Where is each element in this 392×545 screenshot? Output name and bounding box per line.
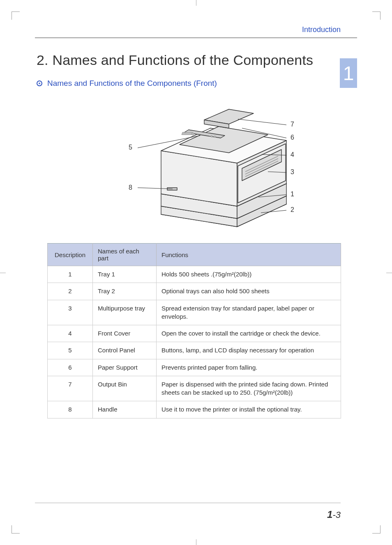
- cell-func: Holds 500 sheets .(75g/m²(20lb)): [157, 266, 341, 283]
- cell-desc: 8: [48, 401, 93, 418]
- footer-page: 3: [336, 510, 341, 520]
- cell-desc: 5: [48, 342, 93, 359]
- page-footer: 1-3: [35, 503, 341, 520]
- callout-5: 5: [129, 144, 132, 151]
- cell-name: Tray 1: [93, 266, 157, 283]
- callout-3: 3: [291, 168, 294, 176]
- table-row: 8 Handle Use it to move the printer or i…: [48, 401, 341, 418]
- bullet-icon: [37, 80, 42, 86]
- cell-name: Output Bin: [93, 376, 157, 401]
- cell-func: Paper is dispensed with the printed side…: [157, 376, 341, 401]
- cell-func: Use it to move the printer or install th…: [157, 401, 341, 418]
- table-row: 4 Front Cover Open the cover to install …: [48, 325, 341, 342]
- cell-desc: 7: [48, 376, 93, 401]
- printer-svg: [81, 95, 311, 235]
- subheading-text: Names and Functions of the Components (F…: [47, 79, 217, 88]
- cell-func: Prevents printed paper from falling.: [157, 359, 341, 376]
- svg-rect-20: [182, 132, 192, 135]
- table-row: 3 Multipurpose tray Spread extension tra…: [48, 300, 341, 325]
- callout-4: 4: [291, 151, 294, 159]
- cell-name: Front Cover: [93, 325, 157, 342]
- table-row: 6 Paper Support Prevents printed paper f…: [48, 359, 341, 376]
- svg-point-22: [214, 136, 216, 138]
- callout-1: 1: [291, 191, 294, 198]
- cell-desc: 2: [48, 283, 93, 300]
- th-function: Functions: [157, 244, 341, 266]
- cell-desc: 1: [48, 266, 93, 283]
- svg-point-21: [211, 136, 212, 137]
- chapter-tab: 1: [340, 58, 357, 88]
- subheading-row: Names and Functions of the Components (F…: [37, 79, 357, 88]
- table-row: 7 Output Bin Paper is dispensed with the…: [48, 376, 341, 401]
- table-row: 1 Tray 1 Holds 500 sheets .(75g/m²(20lb)…: [48, 266, 341, 283]
- components-table: Description Names of each part Functions…: [47, 243, 341, 419]
- cell-desc: 4: [48, 325, 93, 342]
- callout-6: 6: [291, 134, 294, 141]
- callout-7: 7: [291, 121, 294, 128]
- cell-name: Handle: [93, 401, 157, 418]
- table-row: 5 Control Panel Buttons, lamp, and LCD d…: [48, 342, 341, 359]
- cell-desc: 6: [48, 359, 93, 376]
- printer-diagram: 5 8 7 6 4 3 1 2: [81, 95, 311, 235]
- cell-func: Spread extension tray for standard paper…: [157, 300, 341, 325]
- cell-func: Optional trays can also hold 500 sheets: [157, 283, 341, 300]
- footer-chapter: 1: [327, 509, 332, 520]
- section-header: Introduction: [35, 21, 357, 38]
- svg-line-26: [238, 119, 286, 125]
- cell-func: Buttons, lamp, and LCD display necessary…: [157, 342, 341, 359]
- cell-name: Multipurpose tray: [93, 300, 157, 325]
- table-row: 2 Tray 2 Optional trays can also hold 50…: [48, 283, 341, 300]
- cell-func: Open the cover to install the cartridge …: [157, 325, 341, 342]
- cell-name: Control Panel: [93, 342, 157, 359]
- th-description: Description: [48, 244, 93, 266]
- page-title: 2. Names and Functions of the Components: [37, 52, 357, 68]
- callout-8: 8: [129, 184, 132, 191]
- callout-2: 2: [291, 206, 294, 214]
- cell-name: Tray 2: [93, 283, 157, 300]
- cell-name: Paper Support: [93, 359, 157, 376]
- cell-desc: 3: [48, 300, 93, 325]
- footer-sep: -: [332, 510, 335, 520]
- th-name: Names of each part: [93, 244, 157, 266]
